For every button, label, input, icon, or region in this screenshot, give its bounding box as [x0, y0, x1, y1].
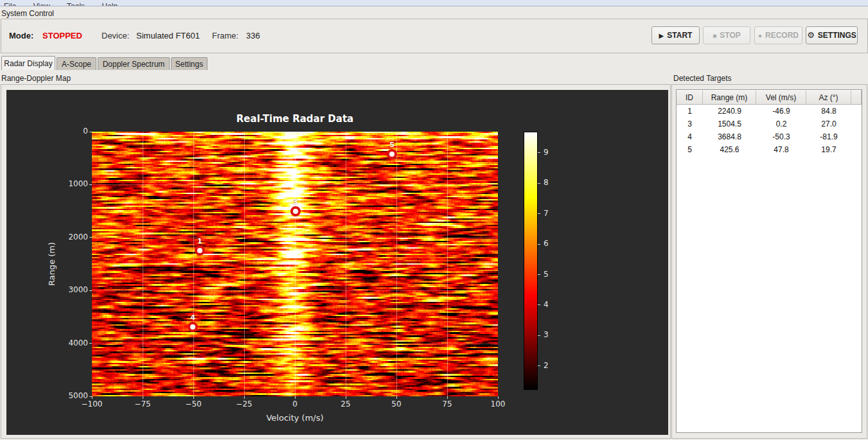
- x-tick-label: 50: [391, 400, 401, 409]
- table-cell: 3684.8: [703, 130, 756, 143]
- y-tick-mark: [89, 184, 92, 185]
- column-header-stub: [851, 90, 862, 105]
- y-tick-mark: [89, 132, 92, 132]
- table-row[interactable]: 12240.9-46.984.8: [677, 105, 862, 118]
- table-cell: 3: [677, 118, 703, 130]
- start-button[interactable]: ▶START: [651, 26, 700, 44]
- colorbar-tick-mark: [538, 152, 540, 153]
- record-dot-icon: ●: [758, 32, 762, 39]
- x-tick-mark: [244, 396, 245, 399]
- tab-settings[interactable]: Settings: [171, 57, 208, 70]
- table-cell: 0.2: [756, 118, 806, 130]
- y-tick-mark: [89, 290, 92, 291]
- y-axis-label: Range (m): [47, 242, 57, 286]
- x-tick-label: 0: [292, 400, 297, 409]
- x-axis-label: Velocity (m/s): [92, 413, 498, 423]
- y-tick-label: 0: [6, 127, 88, 136]
- gear-icon: ⚙: [807, 30, 815, 40]
- x-tick-label: −25: [236, 400, 252, 409]
- tab-a-scope[interactable]: A-Scope: [57, 57, 96, 70]
- range-doppler-heatmap: [92, 132, 498, 396]
- menu-tools[interactable]: Tools: [67, 1, 85, 6]
- table-cell: 84.8: [806, 105, 851, 118]
- y-tick-mark: [89, 343, 92, 344]
- x-tick-label: −50: [185, 400, 201, 409]
- x-tick-mark: [92, 396, 93, 399]
- table-cell: 1504.5: [703, 118, 756, 130]
- y-tick-label: 4000: [6, 339, 88, 348]
- mode-status-value: STOPPED: [42, 31, 82, 40]
- detected-targets-title: Detected Targets: [673, 74, 732, 83]
- colorbar-tick-mark: [538, 304, 540, 305]
- table-row[interactable]: 31504.50.227.0: [677, 118, 862, 130]
- colorbar-tick-mark: [538, 244, 540, 245]
- tab-radar-display[interactable]: Radar Display: [1, 56, 55, 70]
- colorbar-tick-label: 5: [544, 270, 549, 279]
- detected-targets-table: IDRange (m)Vel (m/s)Az (°) 12240.9-46.98…: [676, 89, 862, 433]
- colorbar-tick-mark: [538, 183, 540, 184]
- target-marker: [290, 206, 301, 216]
- colorbar-tick-label: 8: [544, 178, 549, 187]
- colorbar: [524, 132, 538, 390]
- frame-label: Frame:: [212, 31, 238, 40]
- table-cell: 1: [677, 105, 703, 118]
- settings-button[interactable]: ⚙SETTINGS: [806, 26, 858, 44]
- table-cell: -81.9: [806, 130, 851, 143]
- table-row[interactable]: 5425.647.819.7: [677, 143, 862, 156]
- colorbar-tick-label: 3: [544, 330, 549, 339]
- x-tick-mark: [346, 396, 346, 399]
- x-tick-mark: [396, 396, 397, 399]
- table-cell: 5: [677, 143, 703, 156]
- y-tick-mark: [89, 396, 92, 397]
- column-header-vel[interactable]: Vel (m/s): [756, 90, 806, 105]
- menu-help[interactable]: Help: [102, 1, 118, 6]
- play-icon: ▶: [659, 32, 664, 39]
- colorbar-tick-mark: [538, 274, 540, 275]
- colorbar-tick-label: 4: [544, 300, 549, 309]
- table-row[interactable]: 43684.8-50.3-81.9: [677, 130, 862, 143]
- target-marker: [195, 245, 205, 256]
- device-label: Device:: [102, 31, 129, 40]
- stop-icon: ■: [713, 32, 716, 39]
- x-tick-mark: [143, 396, 143, 399]
- stop-button[interactable]: ■STOP: [703, 26, 750, 44]
- target-label: 3: [293, 198, 298, 206]
- menu-file[interactable]: File: [4, 1, 16, 6]
- x-tick-mark: [193, 396, 194, 399]
- colorbar-tick-label: 7: [544, 209, 549, 218]
- table-cell: 19.7: [806, 143, 851, 156]
- x-tick-label: 100: [491, 400, 506, 409]
- x-tick-label: 25: [341, 400, 350, 409]
- menu-bar: File View Tools Help: [0, 0, 868, 6]
- x-tick-mark: [295, 396, 296, 399]
- x-tick-label: −100: [82, 400, 103, 409]
- colorbar-tick-mark: [538, 335, 540, 336]
- menu-view[interactable]: View: [33, 1, 50, 6]
- system-control-title: System Control: [1, 9, 54, 18]
- colorbar-tick-label: 6: [544, 239, 549, 248]
- table-cell: 425.6: [703, 143, 756, 156]
- table-cell: 27.0: [806, 118, 851, 130]
- frame-counter: 336: [246, 31, 260, 40]
- y-tick-label: 1000: [6, 179, 88, 188]
- x-tick-mark: [498, 396, 499, 399]
- colorbar-tick-label: 2: [544, 361, 549, 370]
- target-label: 4: [190, 313, 195, 322]
- colorbar-tick-mark: [538, 213, 540, 214]
- target-label: 5: [389, 141, 394, 149]
- y-tick-label: 3000: [6, 285, 88, 294]
- table-body: 12240.9-46.984.831504.50.227.043684.8-50…: [677, 105, 862, 156]
- colorbar-tick-mark: [538, 365, 540, 366]
- y-tick-label: 2000: [6, 233, 88, 242]
- table-cell: 47.8: [756, 143, 806, 156]
- column-header-range[interactable]: Range (m): [703, 90, 756, 105]
- column-header-id[interactable]: ID: [677, 90, 703, 105]
- target-marker: [387, 149, 397, 159]
- column-header-az[interactable]: Az (°): [806, 90, 851, 105]
- table-cell: -46.9: [756, 105, 806, 118]
- target-marker: [188, 322, 198, 332]
- tab-doppler-spectrum[interactable]: Doppler Spectrum: [98, 57, 170, 70]
- record-button[interactable]: ●RECORD: [754, 26, 802, 44]
- range-doppler-map-title: Range-Doppler Map: [1, 74, 71, 83]
- y-tick-label: 5000: [6, 391, 88, 400]
